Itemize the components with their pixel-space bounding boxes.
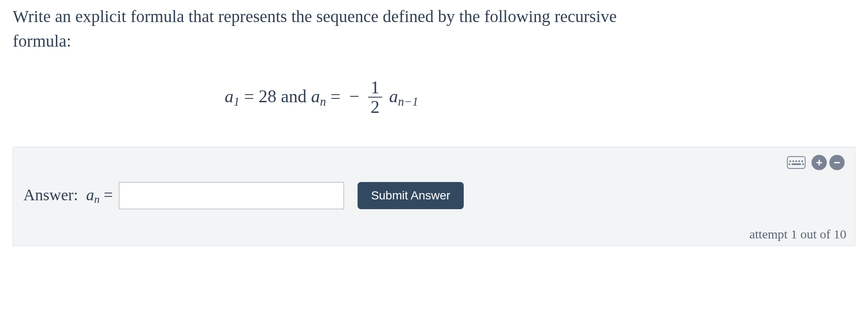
answer-panel: + − Answer: an = Submit Answer attempt 1… [13,147,855,246]
question-text: Write an explicit formula that represent… [13,4,855,53]
minus-icon: − [834,157,840,168]
recursive-formula: a1 = 28 and an = − 1 2 an−1 [0,53,855,143]
and-text: and [281,87,307,106]
formula-expression: a1 = 28 and an = − 1 2 an−1 [225,79,418,117]
keyboard-icon[interactable] [787,156,806,169]
a1-value: 28 [259,87,276,106]
increase-button[interactable]: + [812,155,827,170]
problem-page: Write an explicit formula that represent… [0,0,868,325]
fraction-numerator: 1 [368,78,382,97]
submit-button[interactable]: Submit Answer [358,182,464,209]
answer-input[interactable] [119,182,344,209]
fraction-denominator: 2 [368,97,382,116]
attempt-counter: attempt 1 out of 10 [750,227,846,241]
decrease-button[interactable]: − [829,155,845,170]
answer-row: Answer: an = Submit Answer [23,182,845,209]
answer-label: Answer: an = [23,185,113,206]
answer-label-prefix: Answer: [23,186,78,204]
answer-toolbar: + − [787,155,845,170]
plus-icon: + [816,157,822,168]
fraction: 1 2 [368,78,382,116]
